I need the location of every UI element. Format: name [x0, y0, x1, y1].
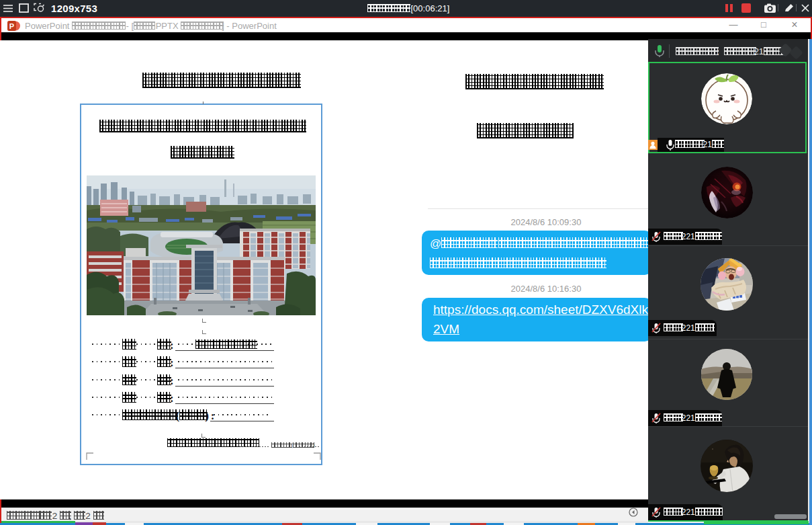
svg-text:P: P	[9, 22, 14, 30]
